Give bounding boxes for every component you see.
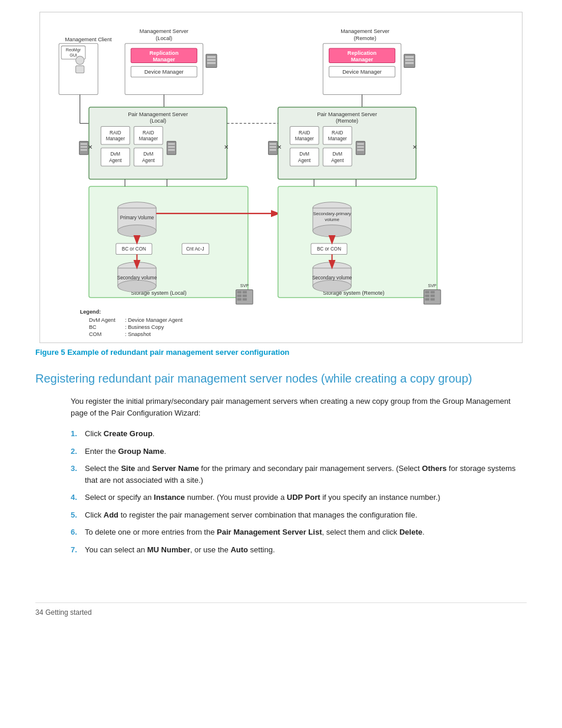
svg-rect-107 — [278, 186, 437, 297]
step-2-num: 2. — [71, 446, 85, 457]
svg-text:Secondary volume: Secondary volume — [312, 275, 352, 281]
step-3-num: 3. — [71, 463, 85, 475]
svg-text:: Snapshot: : Snapshot — [125, 331, 151, 337]
svg-rect-125 — [425, 295, 429, 297]
step-4-text: Select or specify an Instance number. (Y… — [85, 492, 440, 503]
svg-point-86 — [118, 225, 156, 236]
svg-text:Manager: Manager — [328, 136, 347, 141]
step-6-num: 6. — [71, 526, 85, 538]
step-7: 7. You can select an MU Number, or use t… — [71, 544, 527, 556]
svg-rect-53 — [81, 149, 87, 151]
svg-text:(Local): (Local) — [150, 118, 166, 124]
svg-rect-20 — [207, 62, 216, 64]
svg-point-92 — [118, 280, 156, 292]
svg-rect-61 — [290, 126, 319, 144]
svg-rect-28 — [405, 56, 414, 58]
step-1-num: 1. — [71, 428, 85, 440]
svg-text:GUI: GUI — [70, 53, 77, 58]
svg-text:SVP: SVP — [428, 284, 437, 288]
svg-point-118 — [313, 280, 351, 292]
svg-rect-38 — [101, 126, 130, 144]
svg-rect-106 — [243, 298, 247, 301]
footer-page-num: 34 — [35, 608, 43, 617]
figure-caption: Figure 5 Example of redundant pair manag… — [35, 348, 527, 357]
step-7-num: 7. — [71, 544, 85, 556]
svg-text:✕: ✕ — [412, 144, 417, 150]
svg-rect-57 — [168, 149, 174, 151]
svg-text:COM: COM — [89, 331, 101, 337]
svg-rect-51 — [81, 143, 87, 145]
svg-text:DvM: DvM — [332, 151, 342, 157]
step-2-text: Enter the Group Name. — [85, 446, 166, 457]
svg-rect-103 — [237, 298, 242, 301]
step-6: 6. To delete one or more entries from th… — [71, 526, 527, 538]
svg-rect-78 — [357, 143, 363, 145]
svg-rect-76 — [270, 149, 276, 151]
svg-text:Agent: Agent — [109, 158, 122, 163]
svg-text:RAID: RAID — [332, 130, 343, 136]
svg-text:Manager: Manager — [106, 136, 125, 141]
step-3-text: Select the Site and Server Name for the … — [85, 463, 527, 486]
svg-rect-70 — [323, 148, 352, 166]
svg-rect-79 — [357, 146, 363, 148]
step-1: 1. Click Create Group. — [71, 428, 527, 440]
svg-rect-126 — [425, 298, 429, 301]
svg-text:Management Server: Management Server — [340, 28, 389, 34]
svg-text:Manager: Manager — [139, 136, 158, 141]
diagram-svg: Management Client Management Server (Loc… — [46, 18, 516, 337]
svg-rect-80 — [357, 149, 363, 151]
svg-rect-74 — [270, 143, 276, 145]
svg-text:Agent: Agent — [142, 158, 155, 163]
step-5-num: 5. — [71, 509, 85, 521]
svg-text:Cnt Ac-J: Cnt Ac-J — [186, 246, 204, 252]
svg-text:Legend:: Legend: — [80, 309, 101, 315]
svg-rect-10 — [76, 65, 84, 73]
section-heading: Registering redundant pair management se… — [35, 371, 527, 386]
svg-point-9 — [76, 56, 84, 64]
svg-text:SVP: SVP — [240, 284, 249, 288]
svg-rect-82 — [89, 186, 248, 297]
svg-rect-124 — [425, 291, 429, 294]
svg-text:Pair Management Server: Pair Management Server — [128, 111, 188, 117]
svg-text:Agent: Agent — [331, 158, 344, 163]
svg-text:BC or CON: BC or CON — [317, 246, 341, 252]
svg-text:DvM: DvM — [299, 151, 309, 157]
svg-rect-102 — [237, 295, 242, 297]
svg-rect-67 — [290, 148, 319, 166]
svg-text:Manager: Manager — [295, 136, 314, 141]
svg-point-111 — [313, 225, 351, 236]
svg-rect-41 — [134, 126, 163, 144]
diagram-container: Management Client Management Server (Loc… — [39, 12, 523, 343]
svg-text:RAID: RAID — [299, 130, 310, 136]
svg-rect-29 — [405, 59, 414, 61]
step-6-text: To delete one or more entries from the P… — [85, 526, 425, 538]
svg-text:✕: ✕ — [88, 144, 92, 150]
svg-text:Agent: Agent — [298, 158, 311, 163]
svg-text:ReoMgr: ReoMgr — [66, 48, 81, 52]
svg-text:Pair Management Server: Pair Management Server — [317, 111, 377, 117]
svg-text:Primary Volume: Primary Volume — [120, 215, 154, 220]
svg-text:Secondary-primary: Secondary-primary — [313, 211, 351, 216]
svg-text:DvM: DvM — [110, 151, 120, 157]
step-1-text: Click Create Group. — [85, 428, 154, 440]
svg-rect-55 — [168, 143, 174, 145]
step-7-text: You can select an MU Number, or use the … — [85, 544, 275, 556]
svg-text:✕: ✕ — [277, 144, 282, 150]
svg-text:Replication: Replication — [150, 50, 179, 56]
svg-rect-101 — [237, 291, 242, 294]
steps-list: 1. Click Create Group. 2. Enter the Grou… — [71, 428, 527, 555]
svg-text:(Local): (Local) — [156, 35, 172, 41]
svg-text:Device Manager: Device Manager — [144, 69, 184, 75]
intro-text: You register the initial primary/seconda… — [71, 396, 527, 419]
svg-text:: Business Copy: : Business Copy — [125, 324, 164, 330]
svg-text:Device Manager: Device Manager — [342, 69, 382, 75]
svg-rect-56 — [168, 146, 174, 148]
step-5: 5. Click Add to register the pair manage… — [71, 509, 527, 521]
svg-rect-128 — [431, 295, 435, 297]
svg-text:Manager: Manager — [351, 57, 373, 62]
svg-text:(Remote): (Remote) — [336, 118, 358, 124]
svg-text:Secondary volume: Secondary volume — [117, 275, 157, 281]
svg-rect-127 — [431, 291, 435, 294]
step-5-text: Click Add to register the pair managemen… — [85, 509, 417, 521]
svg-text:: Device Manager Agent: : Device Manager Agent — [125, 317, 183, 323]
